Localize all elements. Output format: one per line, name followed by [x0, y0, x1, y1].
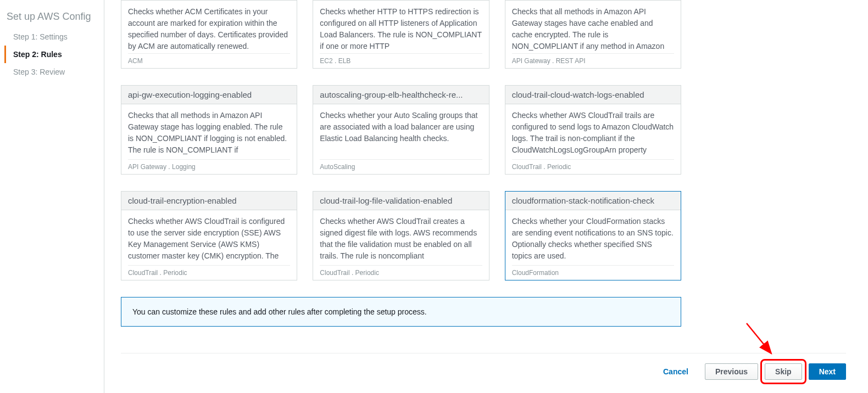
rule-card-alb-redirect[interactable]: Checks whether HTTP to HTTPS redirection… — [313, 0, 489, 69]
rule-desc: Checks whether HTTP to HTTPS redirection… — [313, 1, 488, 53]
rules-grid: Checks whether ACM Certificates in your … — [121, 0, 681, 280]
rule-desc: Checks whether your CloudFormation stack… — [505, 210, 681, 265]
step-3-review[interactable]: Step 3: Review — [4, 63, 104, 81]
rule-tags: ACM — [128, 53, 290, 68]
rule-title: api-gw-execution-logging-enabled — [121, 86, 297, 104]
step-1-settings[interactable]: Step 1: Settings — [4, 28, 104, 46]
footer: Cancel Previous Skip Next — [121, 353, 846, 380]
cancel-button[interactable]: Cancel — [653, 364, 698, 379]
rule-card-cloudformation-sns[interactable]: cloudformation-stack-notification-check … — [505, 191, 681, 280]
rule-tags: AutoScaling — [320, 159, 482, 174]
rule-desc: Checks that all methods in Amazon API Ga… — [121, 104, 297, 159]
rule-tags: CloudTrail . Periodic — [128, 265, 290, 280]
rule-desc: Checks whether AWS CloudTrail is configu… — [121, 210, 297, 265]
rule-tags: CloudFormation — [512, 265, 674, 280]
rule-card-cloudtrail-logvalidate[interactable]: cloud-trail-log-file-validation-enabled … — [313, 191, 489, 280]
skip-button[interactable]: Skip — [765, 363, 802, 380]
rule-title: cloud-trail-cloud-watch-logs-enabled — [505, 86, 681, 104]
rule-card-api-gw-logging[interactable]: api-gw-execution-logging-enabled Checks … — [121, 85, 297, 175]
svg-line-1 — [747, 323, 771, 353]
previous-button[interactable]: Previous — [705, 363, 758, 380]
rule-desc: Checks whether AWS CloudTrail creates a … — [313, 210, 488, 265]
rule-tags: API Gateway . Logging — [128, 159, 290, 174]
rule-card-api-gw-cache[interactable]: Checks that all methods in Amazon API Ga… — [505, 0, 681, 69]
rule-desc: Checks whether AWS CloudTrail trails are… — [505, 104, 681, 159]
rule-desc: Checks whether ACM Certificates in your … — [121, 1, 297, 53]
sidebar: Set up AWS Config Step 1: Settings Step … — [0, 0, 104, 393]
rule-title: autoscaling-group-elb-healthcheck-re... — [313, 86, 488, 104]
rule-tags: API Gateway . REST API — [512, 53, 674, 68]
rule-tags: CloudTrail . Periodic — [512, 159, 674, 174]
rule-card-acm-certificate[interactable]: Checks whether ACM Certificates in your … — [121, 0, 297, 69]
main-content: Checks whether ACM Certificates in your … — [104, 0, 868, 393]
next-button[interactable]: Next — [809, 363, 846, 380]
step-2-rules[interactable]: Step 2: Rules — [4, 46, 104, 63]
rule-card-cloudtrail-cwlogs[interactable]: cloud-trail-cloud-watch-logs-enabled Che… — [505, 85, 681, 175]
rule-tags: EC2 . ELB — [320, 53, 482, 68]
rule-title: cloud-trail-log-file-validation-enabled — [313, 192, 488, 210]
rule-desc: Checks that all methods in Amazon API Ga… — [505, 1, 681, 53]
rule-card-autoscaling-elb[interactable]: autoscaling-group-elb-healthcheck-re... … — [313, 85, 489, 175]
rule-card-cloudtrail-encrypt[interactable]: cloud-trail-encryption-enabled Checks wh… — [121, 191, 297, 280]
rule-tags: CloudTrail . Periodic — [320, 265, 482, 280]
rule-title: cloud-trail-encryption-enabled — [121, 192, 297, 210]
info-banner: You can customize these rules and add ot… — [121, 297, 681, 327]
sidebar-title: Set up AWS Config — [4, 11, 104, 23]
rule-desc: Checks whether your Auto Scaling groups … — [313, 104, 488, 159]
rule-title: cloudformation-stack-notification-check — [505, 192, 681, 210]
